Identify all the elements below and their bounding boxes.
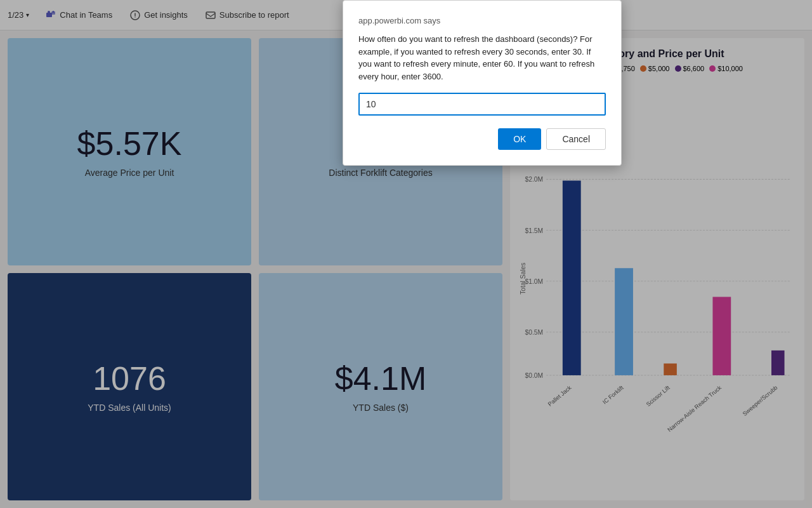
refresh-interval-input[interactable] (358, 93, 606, 116)
dialog: app.powerbi.com says How often do you wa… (343, 0, 622, 166)
ok-button[interactable]: OK (498, 128, 541, 150)
dialog-site: app.powerbi.com says (358, 16, 606, 25)
cancel-button[interactable]: Cancel (546, 128, 606, 150)
dialog-overlay: app.powerbi.com says How often do you wa… (0, 0, 812, 508)
dialog-buttons: OK Cancel (358, 128, 606, 150)
dialog-message: How often do you want to refresh the das… (358, 33, 606, 83)
